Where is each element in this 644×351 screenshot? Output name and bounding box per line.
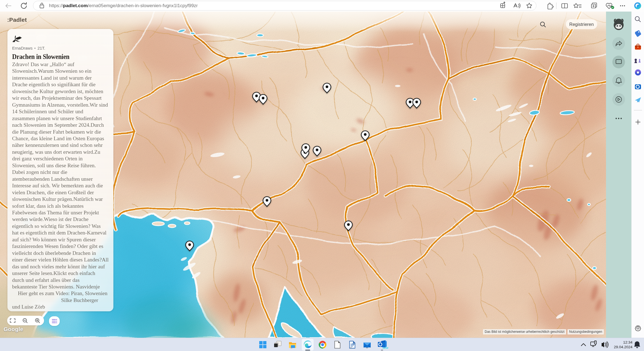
svg-text:NEW: NEW [383, 347, 389, 349]
